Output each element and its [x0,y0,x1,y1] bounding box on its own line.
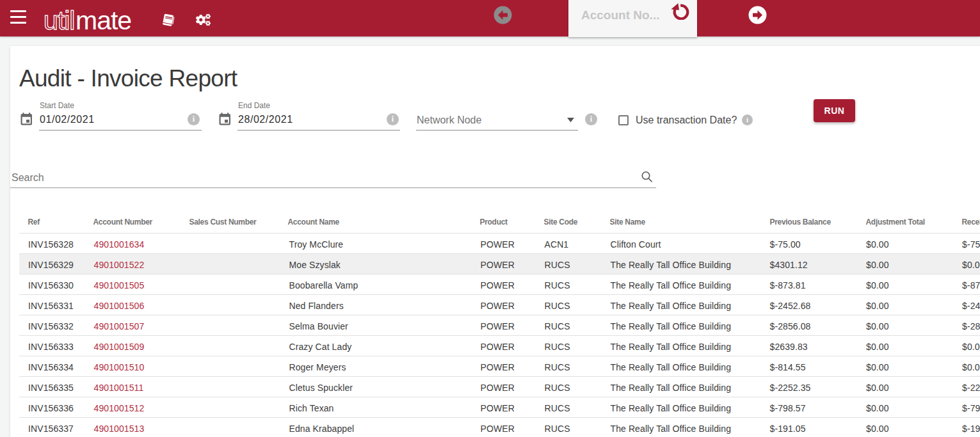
svg-text:util: util [44,6,74,35]
svg-text:mate: mate [76,6,131,35]
